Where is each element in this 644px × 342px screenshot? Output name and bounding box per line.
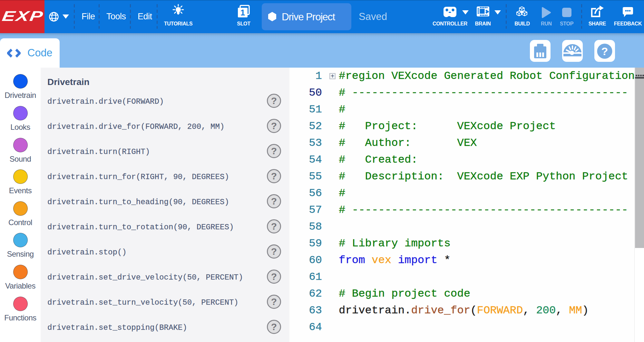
svg-text:1: 1 bbox=[240, 8, 245, 17]
svg-text:?: ? bbox=[601, 45, 608, 57]
